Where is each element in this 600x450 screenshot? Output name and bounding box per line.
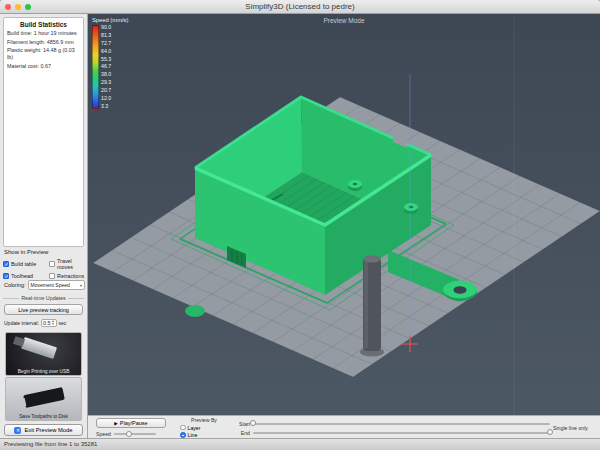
show-in-preview-options: Build table Travel moves Toolhead Retrac…	[3, 258, 86, 279]
radio-layer-label: Layer	[188, 425, 201, 431]
play-icon: ▶	[114, 421, 117, 426]
play-pause-label: Play/Pause	[120, 420, 148, 426]
checkbox-label: Travel moves	[57, 258, 86, 270]
realtime-updates-title: Real-time Updates	[0, 295, 87, 301]
usb-plug-icon	[21, 337, 57, 359]
toolhead-highlight	[364, 260, 368, 349]
live-preview-tracking-button[interactable]: Live preview tracking	[4, 304, 83, 315]
model-left-tab	[185, 305, 205, 317]
stat-filament-length: Filament length: 4856.9 mm	[4, 39, 83, 48]
coloring-selected-value: Movement Speed	[31, 282, 70, 288]
checkbox-icon	[49, 261, 55, 267]
end-slider[interactable]	[253, 432, 550, 434]
update-interval-value: 0.5	[43, 320, 51, 326]
status-bar: Previewing file from line 1 to 35281	[0, 438, 600, 450]
zoom-window-button[interactable]	[25, 4, 31, 10]
single-line-label: Single line only	[553, 425, 599, 431]
checkbox-label: Toolhead	[11, 273, 33, 279]
exit-preview-button[interactable]: ✕ Exit Preview Mode	[4, 424, 83, 436]
sidebar: Build Statistics Build time: 1 hour 19 m…	[0, 14, 88, 438]
window-controls	[5, 4, 31, 10]
checkbox-icon	[3, 261, 9, 267]
checkbox-label: Retractions	[57, 273, 84, 279]
radio-layer[interactable]: Layer	[180, 425, 228, 431]
save-toolpaths-caption: Save Toolpaths to Disk	[6, 414, 81, 419]
preview-mode-label: Preview Mode	[88, 17, 600, 24]
save-toolpaths-button[interactable]: Save Toolpaths to Disk	[5, 377, 82, 421]
speed-legend-values: 90.0 81.3 72.7 64.0 55.3 46.7 38.0 29.3 …	[101, 25, 111, 109]
update-interval-label: Update interval:	[4, 320, 39, 326]
speed-legend: Speed (mm/s) 90.0 81.3 72.7 64.0 55.3 46…	[92, 17, 128, 109]
stepper-arrows-icon[interactable]: ▲ ▼	[52, 320, 55, 326]
checkbox-retractions[interactable]: Retractions	[49, 273, 86, 279]
checkbox-build-table[interactable]: Build table	[3, 258, 49, 270]
titlebar: Simplify3D (Licensed to pedre)	[0, 0, 600, 14]
usb-stick-icon	[23, 387, 65, 408]
usb-print-caption: Begin Printing over USB	[6, 369, 81, 374]
update-interval-unit: sec	[59, 320, 67, 326]
model-boss-hole	[409, 206, 414, 209]
speed-slider[interactable]	[114, 433, 156, 435]
build-statistics-panel: Build Statistics Build time: 1 hour 19 m…	[3, 17, 84, 247]
begin-printing-usb-button[interactable]: Begin Printing over USB	[5, 332, 82, 376]
stat-material-cost: Material cost: 0.67	[4, 63, 83, 72]
end-label: End	[236, 430, 250, 436]
build-statistics-title: Build Statistics	[4, 18, 83, 30]
scene-3d	[88, 14, 600, 415]
chevron-down-icon: ▾	[80, 283, 82, 288]
window-title: Simplify3D (Licensed to pedre)	[0, 0, 600, 13]
status-text: Previewing file from line 1 to 35281	[4, 441, 97, 447]
checkbox-toolhead[interactable]: Toolhead	[3, 273, 49, 279]
viewport-3d[interactable]: Speed (mm/s) 90.0 81.3 72.7 64.0 55.3 46…	[88, 14, 600, 415]
checkbox-icon	[49, 273, 55, 279]
close-window-button[interactable]	[5, 4, 11, 10]
update-interval-stepper[interactable]: 0.5 ▲ ▼	[41, 319, 56, 327]
radio-icon	[180, 425, 186, 431]
checkbox-label: Build table	[11, 261, 36, 267]
radio-icon-selected	[180, 432, 186, 438]
exit-preview-label: Exit Preview Mode	[24, 427, 72, 433]
start-label: Start	[236, 421, 250, 427]
checkbox-travel-moves[interactable]: Travel moves	[49, 258, 86, 270]
preview-by-label: Preview By	[180, 417, 228, 423]
coloring-label: Coloring:	[4, 282, 26, 288]
close-icon: ✕	[14, 427, 21, 434]
app-window: Simplify3D (Licensed to pedre) Build Sta…	[0, 0, 600, 450]
toolhead-top	[363, 256, 381, 263]
speed-label: Speed	[96, 431, 111, 437]
coloring-select[interactable]: Movement Speed ▾	[28, 280, 85, 290]
play-pause-button[interactable]: ▶ Play/Pause	[96, 418, 166, 428]
model-grommet-hole	[454, 286, 467, 294]
minimize-window-button[interactable]	[15, 4, 21, 10]
checkbox-icon	[3, 273, 9, 279]
model-boss-hole	[353, 183, 358, 186]
preview-controls: ▶ Play/Pause Speed Preview By Layer Line	[88, 415, 600, 438]
stat-build-time: Build time: 1 hour 19 minutes	[4, 30, 83, 39]
stat-plastic-weight: Plastic weight: 14.48 g (0.03 lb)	[4, 47, 83, 63]
show-in-preview-title: Show in Preview	[4, 249, 48, 255]
start-slider[interactable]	[253, 423, 550, 425]
start-slider-thumb[interactable]	[250, 420, 256, 426]
speed-slider-thumb[interactable]	[126, 431, 132, 437]
speed-gradient-bar	[92, 25, 99, 109]
